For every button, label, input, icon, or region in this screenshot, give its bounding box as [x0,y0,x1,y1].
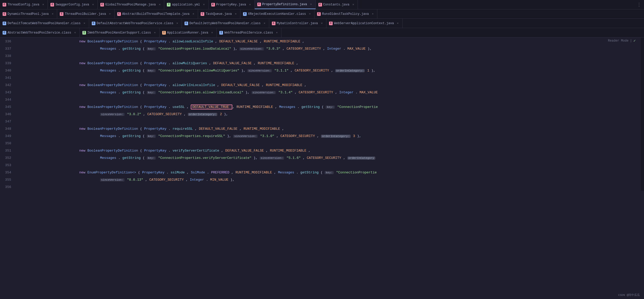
tab-close[interactable]: × [309,3,313,6]
code-line-345: new BooleanPropertyDefinition ( Property… [17,103,641,111]
tab-label: Constants.java [323,3,350,6]
tab-WebThreadPoolService[interactable]: I WebThreadPoolService.class × [217,28,281,37]
code-line-355: sinceVersion: "8.0.13" , CATEGORY_SECURI… [17,176,641,184]
tab-label: PropertyKey.java [216,3,246,6]
tab-RunsOldestTaskPolicy[interactable]: C RunsOldestTaskPolicy.java × [314,9,377,18]
tab-Constants[interactable]: C Constants.java × [316,0,358,9]
iface-icon: I [82,31,86,35]
line-number: 342 [0,82,11,89]
line-number: 350 [0,140,11,147]
class-icon: I [219,31,223,35]
tab-SwaggerConfig[interactable]: C SwaggerConfig.java × [48,0,98,9]
tab-TaskQueue[interactable]: C TaskQueue.java × [198,9,240,18]
tab-label: DefaultTomcatWebThreadPoolHandler.class [8,22,81,25]
line-number: 340 [0,67,11,74]
tab-DefaultTomcatWebThreadPoolHandler[interactable]: C DefaultTomcatWebThreadPoolHandler.clas… [0,19,89,28]
java-icon: C [3,3,6,6]
tab-DynamicThreadPool[interactable]: C DynamicThreadPool.java × [0,9,57,18]
tab-XRejectedExecutionHandler[interactable]: X XRejectedExecutionHandler.class × [240,9,314,18]
tab-close[interactable]: × [210,31,214,35]
code-line-353 [17,162,641,169]
runner-icon: I [162,31,166,35]
tab-ThreadPoolBuilder[interactable]: C ThreadPoolBuilder.java × [57,9,114,18]
java-icon: C [100,3,104,6]
tab-overflow-menu[interactable]: ⋮ [637,2,644,8]
java-icon: C [329,22,333,25]
tab-IWebThreadPoolHandlerSupport[interactable]: I IWebThreadPoolHandlerSupport.class × [80,28,160,37]
tab-label: WebThreadPoolService.class [224,31,273,35]
tab-MybatisController[interactable]: C MybatisController.java × [269,19,326,28]
vertical-scrollbar[interactable] [641,37,644,191]
tab-close[interactable]: × [91,3,95,6]
line-number: 336 [0,38,11,45]
tab-label: ThreadPoolBuilder.java [65,12,106,16]
tab-ThreadConfig[interactable]: C ThreadConfig.java × [0,0,48,9]
tab-close[interactable]: × [108,12,112,16]
tab-bar-1: C ThreadConfig.java × C SwaggerConfig.ja… [0,0,644,9]
tab-ApplicationRunner[interactable]: I ApplicationRunner.java × [160,28,217,37]
java-icon: C [272,22,275,25]
tab-close[interactable]: × [248,3,252,6]
line-number: 343 [0,89,11,96]
yaml-icon: Y [167,3,170,6]
tab-close[interactable]: × [234,12,238,16]
tab-WebServerApplicationContext[interactable]: C WebServerApplicationContext.java × [326,19,402,28]
code-line-350 [17,140,641,147]
tab-label: AbstractBuildThreadPoolTemplate.java [122,12,189,16]
tab-close[interactable]: × [308,12,312,16]
line-number: 341 [0,74,11,82]
tab-PropertyDefinitions[interactable]: C PropertyDefinitions.java × [255,0,316,9]
code-line-342: new BooleanPropertyDefinition ( Property… [17,82,641,89]
class-icon: C [185,22,188,25]
tab-AbstractBuildThreadPoolTemplate[interactable]: C AbstractBuildThreadPoolTemplate.java × [115,9,198,18]
tab-close[interactable]: × [371,12,374,16]
java-icon: C [60,12,63,16]
tab-label: WebServerApplicationContext.java [334,22,394,25]
code-line-354: new EnumPropertyDefinition<> ( PropertyK… [17,169,641,176]
tab-DefaultJettyWebThreadPoolHandler[interactable]: C DefaultJettyWebThreadPoolHandler.class… [182,19,269,28]
tab-AbstractWebThreadPoolService[interactable]: C AbstractWebThreadPoolService.class × [0,28,80,37]
tab-close[interactable]: × [192,12,195,16]
code-line-344 [17,96,641,103]
tab-close[interactable]: × [73,31,77,35]
tab-close[interactable]: × [275,31,279,35]
line-number: 346 [0,111,11,118]
line-number: 356 [0,184,11,191]
java-icon: E [211,3,215,6]
tab-close[interactable]: × [263,22,266,25]
line-number: 345 [0,103,11,111]
code-line-340: Messages . getString ( key: "ConnectionP… [17,67,641,74]
class-icon: C [3,31,6,35]
tab-close[interactable]: × [320,22,324,25]
tab-label: TaskQueue.java [206,12,232,16]
tab-application-yml[interactable]: Y application.yml × [164,0,208,9]
tab-close[interactable]: × [351,3,355,6]
tab-close[interactable]: × [153,31,157,35]
tab-label: DynamicThreadPool.java [8,12,49,16]
tab-close[interactable]: × [83,22,86,25]
highlighted-token: DEFAULT_VALUE_TRUE [191,105,232,109]
code-editor[interactable]: Reader Mode | ✓ new BooleanPropertyDefin… [14,37,641,191]
java-icon: C [117,12,121,16]
code-line-346: sinceVersion: "3.0.2" , CATEGORY_SECURIT… [17,111,641,118]
tab-close[interactable]: × [175,22,179,25]
code-line-356 [17,184,641,191]
tab-close[interactable]: × [158,3,161,6]
tab-GlobalThreadPoolManage[interactable]: C GlobalThreadPoolManage.java × [98,0,164,9]
tab-DefaultAbstractWebThreadPoolService[interactable]: C DefaultAbstractWebThreadPoolService.cl… [89,19,182,28]
line-number: 349 [0,133,11,140]
tab-close[interactable]: × [51,12,54,16]
tab-close[interactable]: × [396,22,400,25]
tab-PropertyKey[interactable]: E PropertyKey.java × [209,0,255,9]
tab-label: ApplicationRunner.java [167,31,208,35]
line-number: 347 [0,118,11,125]
code-line-351: new BooleanPropertyDefinition ( Property… [17,147,641,154]
code-line-336: new BooleanPropertyDefinition ( Property… [17,38,641,45]
tab-close[interactable]: × [41,3,45,6]
code-line-352: 💡 Messages . getString ( key: "Connectio… [17,154,641,162]
tab-close[interactable]: × [202,3,206,6]
tab-label: DefaultJettyWebThreadPoolHandler.class [189,22,261,25]
tab-label: IWebThreadPoolHandlerSupport.class [87,31,151,35]
line-number: 344 [0,96,11,103]
watermark: CSDN @阿中瓜瓜 [618,293,640,297]
